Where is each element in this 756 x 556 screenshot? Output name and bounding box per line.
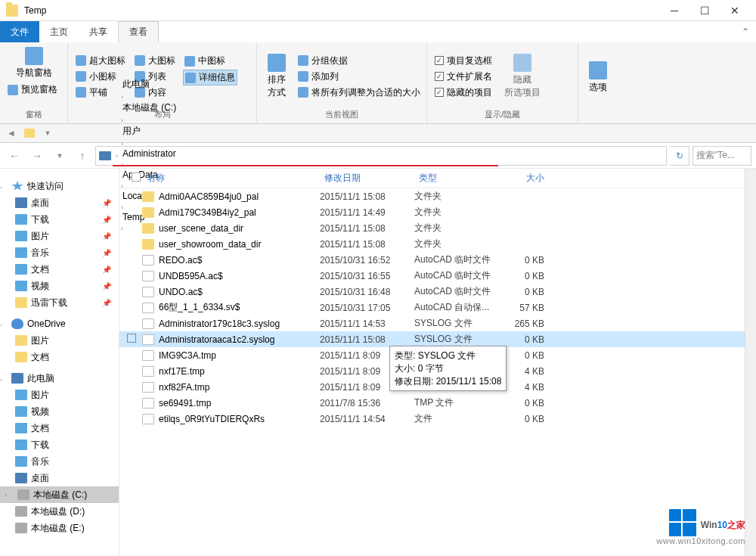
qat-history[interactable]: ◄: [5, 126, 18, 140]
minimize-button[interactable]: ─: [659, 0, 689, 21]
sidebar-videos[interactable]: 视频📌: [0, 278, 119, 294]
file-row[interactable]: Administratoraaca1c2.syslog2015/11/1 15:…: [119, 331, 756, 347]
sidebar-pc-downloads[interactable]: 下载: [0, 436, 119, 453]
sidebar-onedrive[interactable]: ⌵OneDrive: [0, 315, 119, 332]
sidebar-pc-videos[interactable]: 视频: [0, 403, 119, 420]
tab-share[interactable]: 共享: [79, 21, 118, 42]
file-date: 2015/11/1 14:49: [320, 207, 414, 218]
up-button[interactable]: ↑: [73, 146, 92, 166]
sidebar-documents[interactable]: 文档📌: [0, 261, 119, 278]
file-row[interactable]: Admi179C349B4iy2_pal2015/11/1 14:49文件夹: [119, 204, 756, 220]
file-row[interactable]: etilqs_0R9tYuTDIERQxRs2015/11/1 14:54文件0…: [119, 411, 756, 427]
layout-extra-large[interactable]: 超大图标: [74, 54, 127, 68]
breadcrumb-segment[interactable]: Administrator: [119, 148, 179, 159]
file-pane[interactable]: 名称 修改日期 类型 大小 Admi0AAC859B4ju0_pal2015/1…: [119, 169, 756, 556]
chevron-down-icon: ⌵: [0, 374, 6, 382]
options-button[interactable]: 选项: [584, 45, 612, 110]
sidebar-local-d[interactable]: 本地磁盘 (D:): [0, 503, 119, 520]
maximize-button[interactable]: ☐: [689, 0, 720, 21]
pin-icon: 📌: [102, 216, 111, 224]
breadcrumb-caret-icon[interactable]: ›: [119, 140, 125, 148]
file-name: etilqs_0R9tYuTDIERQxRs: [159, 414, 265, 424]
tab-home[interactable]: 主页: [39, 21, 79, 42]
sidebar-pc-desktop[interactable]: 桌面: [0, 470, 119, 486]
sort-button[interactable]: 排序方式: [263, 45, 290, 107]
file-row[interactable]: UNDO.ac$2015/10/31 16:48AutoCAD 临时文件0 KB: [119, 284, 756, 300]
star-icon: [11, 181, 23, 191]
file-row[interactable]: user_scene_data_dir2015/11/1 15:08文件夹: [119, 220, 756, 236]
column-checkbox[interactable]: [127, 172, 142, 184]
sidebar-pc-pictures[interactable]: 图片: [0, 387, 119, 403]
sidebar-local-e[interactable]: 本地磁盘 (E:): [0, 520, 119, 536]
file-date: 2015/10/31 16:55: [320, 271, 414, 281]
close-button[interactable]: ✕: [720, 0, 750, 21]
preview-pane-button[interactable]: 预览窗格: [6, 82, 61, 97]
column-size[interactable]: 大小: [499, 172, 544, 185]
group-show-hide-label: 显示/隐藏: [433, 107, 572, 120]
chk-file-ext[interactable]: ✓文件扩展名: [433, 70, 494, 84]
layout-details[interactable]: 详细信息: [183, 70, 237, 85]
breadcrumb[interactable]: › 此电脑›本地磁盘 (C:)›用户›Administrator›AppData…: [95, 146, 667, 166]
file-row[interactable]: REDO.ac$2015/10/31 16:52AutoCAD 临时文件0 KB: [119, 252, 756, 268]
add-columns-button[interactable]: 添加列: [296, 70, 422, 84]
file-size: 265 KB: [499, 318, 544, 329]
scrollbar[interactable]: [745, 169, 756, 556]
file-name: nxf82FA.tmp: [159, 382, 209, 393]
column-type[interactable]: 类型: [414, 172, 499, 185]
search-input[interactable]: 搜索"Te...: [692, 146, 751, 166]
sidebar-xunlei[interactable]: 迅雷下载📌: [0, 294, 119, 311]
sidebar-quick-access[interactable]: ⌵快速访问: [0, 178, 119, 194]
pin-icon: 📌: [102, 299, 111, 307]
breadcrumb-caret-icon[interactable]: ›: [114, 152, 119, 160]
group-by-button[interactable]: 分组依据: [296, 54, 422, 68]
layout-medium[interactable]: 中图标: [183, 54, 237, 68]
address-bar: ← → ▼ ↑ › 此电脑›本地磁盘 (C:)›用户›Administrator…: [0, 143, 756, 169]
file-row[interactable]: UNDB595A.ac$2015/10/31 16:55AutoCAD 临时文件…: [119, 268, 756, 284]
sidebar-pictures[interactable]: 图片📌: [0, 228, 119, 244]
back-button[interactable]: ←: [5, 146, 24, 166]
file-row[interactable]: user_showroom_data_dir2015/11/1 15:08文件夹: [119, 236, 756, 252]
sidebar-this-pc[interactable]: ⌵此电脑: [0, 370, 119, 387]
layout-large[interactable]: 大图标: [133, 54, 177, 68]
hide-selected-button[interactable]: 隐藏 所选项目: [500, 45, 545, 107]
qat-dropdown[interactable]: ▼: [41, 126, 54, 140]
file-row[interactable]: 66型_1_1_6334.sv$2015/10/31 17:05AutoCAD …: [119, 300, 756, 315]
sidebar-pc-music[interactable]: 音乐: [0, 453, 119, 470]
tab-file[interactable]: 文件: [0, 21, 39, 42]
refresh-button[interactable]: ↻: [670, 146, 689, 166]
column-name[interactable]: 名称: [142, 172, 320, 185]
sidebar-local-c[interactable]: ›本地磁盘 (C:): [0, 486, 119, 503]
folder-icon: [6, 5, 18, 17]
sidebar-pc-documents[interactable]: 文档: [0, 420, 119, 436]
folder-icon: [15, 352, 27, 362]
qat-new-folder[interactable]: [23, 126, 36, 140]
pin-icon: 📌: [102, 199, 111, 207]
history-dropdown[interactable]: ▼: [50, 146, 70, 166]
file-row[interactable]: se69491.tmp2011/7/8 15:36TMP 文件0 KB: [119, 395, 756, 411]
chk-hidden-items[interactable]: ✓隐藏的项目: [433, 85, 494, 100]
tab-view[interactable]: 查看: [118, 21, 159, 42]
file-date: 2015/10/31 17:05: [320, 303, 414, 313]
column-date[interactable]: 修改日期: [320, 172, 414, 185]
row-checkbox[interactable]: [127, 334, 136, 343]
sidebar-music[interactable]: 音乐📌: [0, 244, 119, 261]
group-by-icon: [298, 55, 308, 66]
forward-button[interactable]: →: [27, 146, 47, 166]
sidebar-desktop[interactable]: 桌面📌: [0, 194, 119, 211]
autosize-button[interactable]: 将所有列调整为合适的大小: [296, 85, 422, 100]
breadcrumb-caret-icon[interactable]: ›: [119, 93, 125, 101]
sidebar-onedrive-documents[interactable]: 文档: [0, 349, 119, 365]
breadcrumb-segment[interactable]: 用户: [119, 125, 179, 138]
sidebar-onedrive-pictures[interactable]: 图片: [0, 332, 119, 349]
nav-pane-button[interactable]: 导航窗格: [6, 45, 61, 81]
file-date: 2015/11/1 15:08: [320, 223, 414, 234]
breadcrumb-caret-icon[interactable]: ›: [119, 116, 125, 124]
breadcrumb-segment[interactable]: 此电脑: [119, 78, 179, 91]
file-row[interactable]: Admi0AAC859B4ju0_pal2015/11/1 15:08文件夹: [119, 188, 756, 204]
sidebar[interactable]: ⌵快速访问 桌面📌 下载📌 图片📌 音乐📌 文档📌 视频📌 迅雷下载📌 ⌵One…: [0, 169, 119, 556]
chk-item-check[interactable]: ✓项目复选框: [433, 54, 494, 68]
sidebar-downloads[interactable]: 下载📌: [0, 211, 119, 228]
ribbon-toggle[interactable]: ⌃: [735, 21, 756, 42]
file-row[interactable]: Administrator179c18c3.syslog2015/11/1 14…: [119, 315, 756, 331]
breadcrumb-segment[interactable]: 本地磁盘 (C:): [119, 101, 179, 114]
